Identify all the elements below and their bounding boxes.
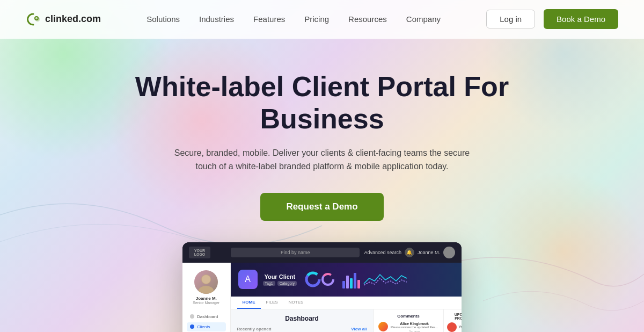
login-button[interactable]: Log in bbox=[486, 10, 535, 28]
nav-resources[interactable]: Resources bbox=[348, 15, 387, 24]
app-topbar: YOUR LOGO Find by name Advanced search 🔔… bbox=[182, 242, 462, 263]
user-profile: Joanne M. Senior Manager bbox=[187, 267, 226, 308]
comment-content-1: Alice Kingbrook Please review the update… bbox=[390, 322, 439, 332]
client-badge1: Tag1 bbox=[263, 281, 275, 286]
nav-pricing[interactable]: Pricing bbox=[304, 15, 329, 24]
recent-header: Recently opened View all bbox=[237, 327, 367, 331]
view-all-link[interactable]: View all bbox=[351, 327, 367, 331]
client-icon: A bbox=[238, 270, 258, 289]
hero-section: White-label Client Portal For Business S… bbox=[0, 39, 644, 332]
nav-solutions[interactable]: Solutions bbox=[147, 15, 180, 24]
svg-point-3 bbox=[199, 286, 214, 294]
sidebar-item-dashboard[interactable]: Dashboard bbox=[187, 312, 226, 321]
app-sidebar: Joanne M. Senior Manager Dashboard Clien… bbox=[182, 263, 231, 332]
comment-1: Alice Kingbrook Please review the update… bbox=[378, 322, 439, 332]
sidebar-item-clients[interactable]: Clients bbox=[187, 322, 226, 331]
dashboard-title: Dashboard bbox=[237, 315, 367, 322]
hero-title: White-label Client Portal For Business bbox=[113, 71, 531, 135]
app-main: A Your Client Tag1 Category bbox=[231, 263, 462, 332]
client-header: A Your Client Tag1 Category bbox=[231, 263, 462, 297]
app-logo-box: YOUR LOGO bbox=[189, 247, 210, 258]
svg-rect-9 bbox=[342, 281, 345, 288]
logo-icon bbox=[26, 12, 41, 27]
client-info: Your Client Tag1 Category bbox=[263, 273, 297, 286]
nav-company[interactable]: Company bbox=[406, 15, 441, 24]
svg-rect-11 bbox=[350, 278, 353, 288]
nav-actions: Log in Book a Demo bbox=[486, 9, 618, 29]
book-demo-button[interactable]: Book a Demo bbox=[544, 9, 618, 29]
client-chart bbox=[302, 270, 409, 289]
dashboard-icon bbox=[190, 314, 194, 319]
avatar-icon bbox=[194, 270, 218, 294]
clients-icon bbox=[190, 324, 194, 329]
nav-links: Solutions Industries Features Pricing Re… bbox=[147, 15, 441, 24]
chart-area bbox=[302, 268, 462, 291]
app-body: Joanne M. Senior Manager Dashboard Clien… bbox=[182, 263, 462, 332]
app-tabs: HOME FILES NOTES 🗑 ⚙ bbox=[231, 297, 462, 309]
svg-rect-13 bbox=[357, 280, 360, 288]
request-demo-button[interactable]: Request a Demo bbox=[260, 193, 383, 221]
comments-panel: Comments Alice Kingbrook Please review t… bbox=[374, 309, 443, 332]
user-item-1: Yvonne bbox=[447, 322, 462, 332]
app-topbar-right: Advanced search 🔔 Joanne M. bbox=[364, 247, 455, 258]
app-search-bar: Find by name bbox=[231, 248, 360, 257]
client-badge2: Category bbox=[277, 281, 297, 286]
user-avatar-1 bbox=[447, 322, 457, 332]
recent-label: Recently opened bbox=[237, 327, 272, 331]
users-panel: UPCOMING PROJECTS Yvonne Samuel Evans Al… bbox=[443, 309, 462, 332]
navbar: clinked.com Solutions Industries Feature… bbox=[0, 0, 644, 39]
user-avatar-small bbox=[443, 247, 455, 258]
brand-name: clinked.com bbox=[45, 13, 101, 25]
app-preview: YOUR LOGO Find by name Advanced search 🔔… bbox=[182, 242, 462, 332]
hero-subtitle: Secure, branded, mobile. Deliver your cl… bbox=[172, 146, 472, 174]
users-panel-title: UPCOMING PROJECTS bbox=[447, 313, 462, 320]
logo-link[interactable]: clinked.com bbox=[26, 12, 101, 27]
svg-point-4 bbox=[202, 275, 210, 284]
profile-role: Senior Manager bbox=[193, 301, 219, 305]
notification-icon: 🔔 bbox=[405, 248, 414, 257]
app-dashboard: Dashboard Recently opened View all 🌿 🔹 📦… bbox=[231, 309, 374, 332]
nav-industries[interactable]: Industries bbox=[199, 15, 234, 24]
svg-rect-10 bbox=[346, 276, 349, 288]
profile-name: Joanne M. bbox=[196, 296, 217, 301]
profile-avatar bbox=[194, 270, 218, 294]
tab-notes[interactable]: NOTES bbox=[283, 297, 309, 309]
svg-rect-12 bbox=[354, 273, 356, 288]
tab-home[interactable]: HOME bbox=[237, 297, 261, 309]
commenter-avatar-1 bbox=[378, 322, 388, 331]
app-logo-area: YOUR LOGO bbox=[189, 247, 226, 258]
comments-title: Comments bbox=[378, 314, 439, 319]
nav-features[interactable]: Features bbox=[253, 15, 285, 24]
tab-files[interactable]: FILES bbox=[261, 297, 283, 309]
dashboard-content: Dashboard Recently opened View all 🌿 🔹 📦… bbox=[231, 309, 462, 332]
